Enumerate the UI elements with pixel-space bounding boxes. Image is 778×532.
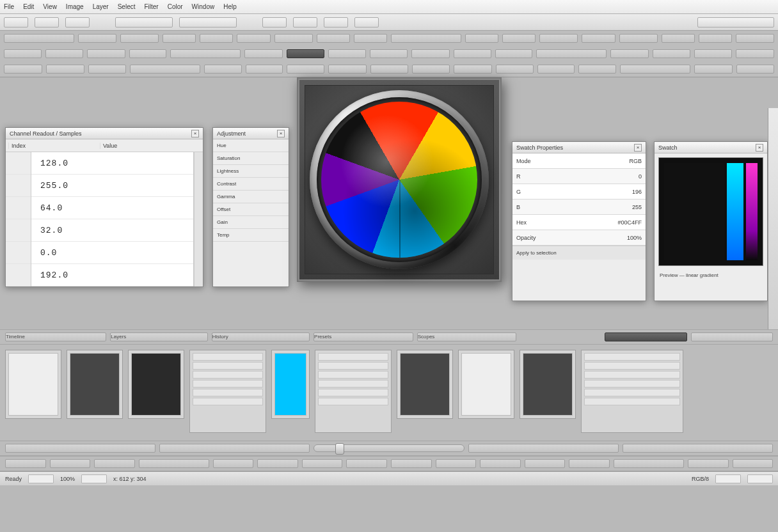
scrub-button[interactable] bbox=[5, 444, 155, 453]
color-wheel[interactable] bbox=[321, 102, 477, 258]
adjustment-row[interactable]: Hue bbox=[213, 139, 289, 152]
ribbon-tool[interactable] bbox=[324, 17, 348, 27]
sample-value[interactable]: 255.0 bbox=[31, 175, 193, 197]
option-chip[interactable] bbox=[537, 65, 575, 74]
option-chip[interactable] bbox=[120, 34, 159, 43]
option-chip[interactable] bbox=[578, 65, 616, 74]
adjustment-row[interactable]: Temp bbox=[213, 229, 289, 242]
option-chip[interactable] bbox=[619, 34, 658, 43]
option-chip[interactable] bbox=[4, 49, 42, 58]
lower-tab[interactable]: Timeline bbox=[5, 332, 106, 341]
option-chip[interactable] bbox=[287, 65, 324, 74]
lower-tab[interactable]: History bbox=[212, 332, 310, 341]
option-chip[interactable] bbox=[610, 49, 649, 58]
sample-value[interactable]: 192.0 bbox=[31, 264, 193, 286]
right-dock-strip[interactable] bbox=[768, 108, 778, 329]
lower-tab[interactable]: Layers bbox=[110, 332, 207, 341]
scrollbar-vertical[interactable] bbox=[194, 152, 203, 286]
adjustment-row[interactable]: Saturation bbox=[213, 152, 289, 165]
option-chip[interactable] bbox=[274, 34, 313, 43]
option-chip[interactable] bbox=[699, 34, 732, 43]
menu-image[interactable]: Image bbox=[66, 3, 84, 10]
option-chip[interactable] bbox=[569, 459, 610, 468]
property-row[interactable]: G 196 bbox=[512, 184, 646, 199]
adjustment-row[interactable]: Gamma bbox=[213, 191, 289, 203]
property-row[interactable]: Hex #00C4FF bbox=[512, 215, 646, 230]
menu-color[interactable]: Color bbox=[168, 3, 183, 10]
thumbnail[interactable] bbox=[5, 350, 61, 419]
option-chip[interactable] bbox=[287, 49, 324, 58]
option-chip[interactable] bbox=[88, 65, 126, 74]
ribbon-tool[interactable] bbox=[65, 17, 90, 27]
option-chip[interactable] bbox=[50, 459, 91, 468]
adjustment-row[interactable]: Contrast bbox=[213, 178, 289, 191]
option-chip[interactable] bbox=[525, 459, 566, 468]
option-chip[interactable] bbox=[496, 65, 534, 74]
option-chip[interactable] bbox=[139, 459, 209, 468]
thumbnail[interactable] bbox=[520, 350, 576, 419]
option-chip[interactable] bbox=[317, 34, 350, 43]
lower-tab[interactable]: Presets bbox=[314, 332, 413, 341]
property-row[interactable]: B 255 bbox=[512, 199, 646, 215]
option-chip[interactable] bbox=[204, 65, 242, 74]
lower-tab-action[interactable] bbox=[691, 332, 773, 341]
option-chip[interactable] bbox=[465, 34, 498, 43]
option-chip[interactable] bbox=[411, 49, 450, 58]
menu-file[interactable]: File bbox=[4, 3, 14, 10]
option-chip[interactable] bbox=[87, 49, 125, 58]
option-chip[interactable] bbox=[736, 65, 774, 74]
option-chip[interactable] bbox=[328, 65, 367, 74]
option-chip[interactable] bbox=[328, 49, 366, 58]
option-chip[interactable] bbox=[4, 34, 74, 43]
slider-knob[interactable] bbox=[335, 443, 344, 455]
option-chip[interactable] bbox=[653, 49, 690, 58]
option-chip[interactable] bbox=[502, 34, 536, 43]
ribbon-tool[interactable] bbox=[293, 17, 317, 27]
menu-edit[interactable]: Edit bbox=[23, 3, 34, 10]
ribbon-tool[interactable] bbox=[179, 17, 237, 27]
option-chip[interactable] bbox=[614, 459, 684, 468]
option-chip[interactable] bbox=[662, 34, 695, 43]
option-chip[interactable] bbox=[370, 49, 408, 58]
option-chip[interactable] bbox=[257, 459, 298, 468]
option-chip[interactable] bbox=[237, 34, 270, 43]
menu-filter[interactable]: Filter bbox=[144, 3, 158, 10]
list-slot[interactable] bbox=[581, 350, 683, 433]
lower-tab-action[interactable] bbox=[605, 332, 687, 341]
scrub-button[interactable] bbox=[159, 444, 310, 453]
option-chip[interactable] bbox=[694, 49, 732, 58]
sample-value[interactable]: 64.0 bbox=[31, 197, 193, 219]
ribbon-tool[interactable] bbox=[4, 17, 28, 27]
option-chip[interactable] bbox=[620, 65, 690, 74]
menu-layer[interactable]: Layer bbox=[93, 3, 109, 10]
option-chip[interactable] bbox=[412, 65, 450, 74]
option-chip[interactable] bbox=[46, 65, 84, 74]
option-chip[interactable] bbox=[130, 65, 200, 74]
option-chip[interactable] bbox=[346, 459, 387, 468]
close-icon[interactable]: × bbox=[191, 130, 199, 137]
ribbon-tool[interactable] bbox=[262, 17, 287, 27]
option-chip[interactable] bbox=[391, 34, 461, 43]
property-row[interactable]: R 0 bbox=[512, 169, 646, 184]
thumbnail[interactable] bbox=[67, 350, 123, 419]
close-icon[interactable]: × bbox=[277, 130, 285, 137]
ribbon-tool[interactable] bbox=[115, 17, 173, 27]
option-chip[interactable] bbox=[213, 459, 254, 468]
option-chip[interactable] bbox=[733, 459, 774, 468]
option-chip[interactable] bbox=[454, 65, 492, 74]
adjustment-row[interactable]: Gain bbox=[213, 216, 289, 229]
option-chip[interactable] bbox=[94, 459, 135, 468]
scrub-button[interactable] bbox=[623, 444, 773, 453]
swatch-preview[interactable] bbox=[658, 157, 763, 266]
option-chip[interactable] bbox=[454, 49, 491, 58]
option-chip[interactable] bbox=[480, 459, 521, 468]
option-chip[interactable] bbox=[200, 34, 233, 43]
menu-help[interactable]: Help bbox=[223, 3, 237, 10]
option-chip[interactable] bbox=[78, 34, 116, 43]
option-chip[interactable] bbox=[244, 49, 283, 58]
adjustment-row[interactable]: Offset bbox=[213, 203, 289, 216]
option-chip[interactable] bbox=[170, 49, 241, 58]
option-chip[interactable] bbox=[536, 49, 607, 58]
list-slot[interactable] bbox=[189, 350, 266, 433]
option-chip[interactable] bbox=[688, 459, 729, 468]
